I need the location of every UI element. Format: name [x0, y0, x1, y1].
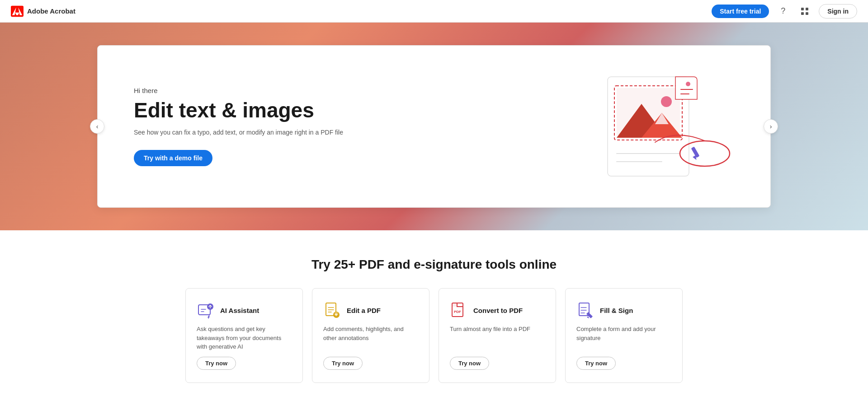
- tools-grid: AI Assistant Ask questions and get key t…: [36, 288, 832, 383]
- tools-section: Try 25+ PDF and e-signature tools online…: [0, 230, 868, 401]
- tool-fill-header: Fill & Sign: [576, 301, 671, 319]
- tool-edit-header: + Edit a PDF: [323, 301, 418, 319]
- hero-description: See how you can fix a typo, add text, or…: [134, 128, 343, 137]
- ai-assistant-desc: Ask questions and get key takeaways from…: [197, 325, 292, 351]
- svg-rect-3: [801, 12, 804, 15]
- grid-icon: [801, 7, 809, 15]
- convert-pdf-name: Convert to PDF: [473, 307, 523, 314]
- help-icon: ?: [781, 6, 785, 16]
- edit-pdf-name: Edit a PDF: [347, 307, 381, 314]
- hero-text-area: Hi there Edit text & images See how you …: [134, 87, 343, 167]
- tool-ai-header: AI Assistant: [197, 301, 292, 319]
- start-trial-button[interactable]: Start free trial: [712, 5, 769, 18]
- hero-greeting: Hi there: [134, 87, 343, 94]
- fill-sign-name: Fill & Sign: [600, 307, 633, 314]
- fill-sign-try-button[interactable]: Try now: [576, 357, 616, 370]
- tool-card-convert-pdf: PDF Convert to PDF Turn almost any file …: [439, 288, 556, 383]
- hero-title: Edit text & images: [134, 99, 343, 122]
- tool-convert-header: PDF Convert to PDF: [450, 301, 545, 319]
- svg-rect-1: [801, 8, 804, 10]
- svg-rect-0: [11, 5, 24, 16]
- svg-point-25: [335, 312, 338, 316]
- tool-card-fill-sign: Fill & Sign Complete a form and add your…: [565, 288, 683, 383]
- svg-marker-27: [452, 303, 457, 307]
- svg-point-14: [686, 82, 690, 86]
- tools-heading: Try 25+ PDF and e-signature tools online: [36, 257, 832, 272]
- edit-pdf-desc: Add comments, highlights, and other anno…: [323, 325, 418, 351]
- carousel-next-button[interactable]: ›: [764, 119, 778, 134]
- brand-name: Adobe Acrobat: [27, 7, 75, 15]
- ai-assistant-icon: [197, 301, 215, 319]
- svg-point-10: [661, 96, 672, 107]
- top-navigation: Adobe Acrobat Start free trial ? Sign in: [0, 0, 868, 23]
- edit-pdf-try-button[interactable]: Try now: [323, 357, 363, 370]
- svg-rect-2: [806, 8, 808, 10]
- tool-card-edit-pdf: + Edit a PDF Add comments, highlights, a…: [312, 288, 429, 383]
- nav-actions: Start free trial ? Sign in: [712, 4, 857, 19]
- adobe-logo-icon: [11, 5, 24, 18]
- hero-section: ‹ › Hi there Edit text & images See how …: [0, 23, 868, 230]
- fill-sign-desc: Complete a form and add your signature: [576, 325, 671, 351]
- convert-pdf-icon: PDF: [450, 301, 468, 319]
- ai-assistant-name: AI Assistant: [220, 307, 259, 314]
- hero-card: Hi there Edit text & images See how you …: [97, 45, 771, 208]
- convert-pdf-try-button[interactable]: Try now: [450, 357, 489, 370]
- try-demo-button[interactable]: Try with a demo file: [134, 150, 212, 166]
- svg-text:PDF: PDF: [454, 310, 461, 314]
- fill-sign-icon: [576, 301, 594, 319]
- svg-rect-4: [806, 12, 808, 15]
- carousel-prev-button[interactable]: ‹: [90, 119, 104, 134]
- nav-brand-area: Adobe Acrobat: [11, 5, 75, 18]
- help-icon-button[interactable]: ?: [775, 4, 791, 19]
- edit-illustration: [571, 63, 734, 190]
- convert-pdf-desc: Turn almost any file into a PDF: [450, 325, 545, 351]
- ai-assistant-try-button[interactable]: Try now: [197, 357, 236, 370]
- tool-card-ai-assistant: AI Assistant Ask questions and get key t…: [185, 288, 303, 383]
- apps-grid-button[interactable]: [797, 4, 812, 19]
- signin-button[interactable]: Sign in: [819, 4, 857, 19]
- hero-illustration: [571, 63, 734, 190]
- edit-pdf-icon: +: [323, 301, 341, 319]
